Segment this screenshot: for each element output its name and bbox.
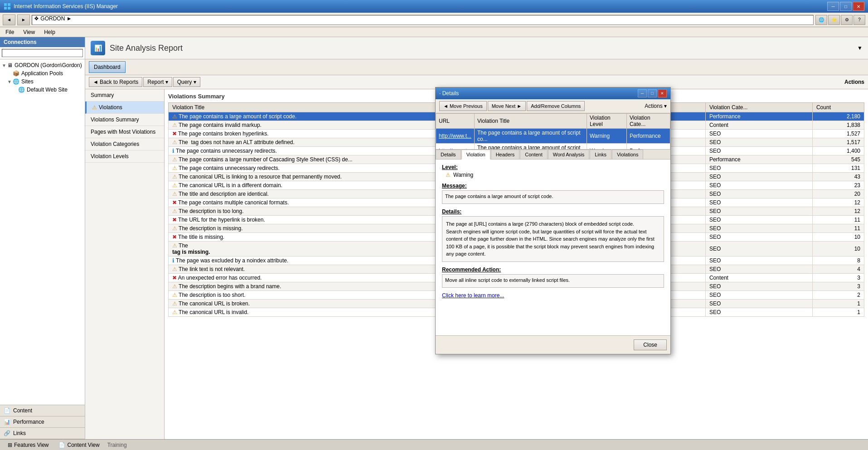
cell-category: SEO [705, 308, 812, 317]
level-value-text: Warning [453, 172, 473, 178]
header-dropdown-btn[interactable]: ▼ [857, 45, 863, 51]
nav-item-violation-levels[interactable]: Violation Levels [85, 150, 164, 163]
apppools-icon: 📦 [13, 70, 19, 77]
details-content: Level: ⚠ Warning Message: The page conta… [436, 160, 670, 335]
tab-headers[interactable]: Headers [491, 150, 520, 159]
menu-help[interactable]: Help [42, 28, 57, 36]
sidebar-search-input[interactable] [2, 49, 83, 57]
detail-level: Warning [587, 144, 626, 150]
features-view-btn[interactable]: ⊞ Features View [4, 440, 53, 450]
tab-content[interactable]: Content [520, 150, 548, 159]
nav-item-violation-categories[interactable]: Violation Categories [85, 138, 164, 150]
col-count[interactable]: Count [812, 103, 864, 112]
back-btn[interactable]: ◄ [3, 15, 15, 25]
nav-item-pages-most-violations[interactable]: Pages with Most Violations [85, 126, 164, 138]
tab-details[interactable]: Details [436, 150, 461, 159]
info-icon: ℹ [172, 257, 175, 264]
cell-category: Content [705, 274, 812, 282]
report-btn[interactable]: Report ▾ [143, 77, 172, 87]
nav-item-violations[interactable]: ⚠ Violations [85, 102, 164, 114]
detail-url: http://www.t... [436, 129, 475, 144]
details-toolbar: ◄ Move Previous Move Next ► Add/Remove C… [436, 99, 670, 113]
forward-btn[interactable]: ► [17, 15, 30, 25]
gear-icon-btn[interactable]: ⚙ [841, 15, 853, 25]
nav-item-violations-summary[interactable]: Violations Summary [85, 114, 164, 126]
sidebar-item-defaultwebsite[interactable]: 🌐 Default Web Site [11, 86, 85, 94]
menu-view[interactable]: View [21, 28, 37, 36]
cell-category: SEO [705, 181, 812, 190]
tree-expand-sites: ▼ [7, 79, 13, 84]
sidebar-links-label: Links [13, 430, 26, 436]
maximize-btn[interactable]: □ [840, 2, 852, 11]
details-close-btn[interactable]: ✕ [658, 89, 667, 97]
nav-item-summary[interactable]: Summary [85, 89, 164, 102]
sites-icon: 🌐 [13, 78, 19, 85]
error-icon: ✖ [172, 234, 177, 240]
move-previous-btn[interactable]: ◄ Move Previous [439, 101, 487, 111]
tab-links[interactable]: Links [590, 150, 611, 159]
details-table-row[interactable]: http://www.t... The page contains a larg… [436, 129, 670, 144]
col-violation-title-detail[interactable]: Violation Title [475, 114, 587, 129]
back-to-reports-btn[interactable]: ◄ Back to Reports [89, 77, 142, 87]
globe-icon-btn[interactable]: 🌐 [815, 15, 827, 25]
minimize-btn[interactable]: ─ [827, 2, 839, 11]
add-remove-columns-btn[interactable]: Add/Remove Columns [527, 101, 585, 111]
learn-more-link[interactable]: Click here to learn more... [442, 292, 504, 299]
sidebar-performance-label: Performance [13, 419, 44, 425]
details-maximize-btn[interactable]: □ [648, 89, 657, 97]
address-field[interactable]: ❖ GORDON ► [32, 15, 814, 25]
menu-file[interactable]: File [4, 28, 16, 36]
address-bar: ◄ ► ❖ GORDON ► 🌐 ⭐ ⚙ ? [0, 13, 868, 27]
cell-count: 4 [812, 265, 864, 274]
cell-count: 3 [812, 282, 864, 291]
nav-violations-summary-label: Violations Summary [91, 116, 139, 123]
sidebar-bottom: 📄 Content 📊 Performance 🔗 Links [0, 405, 85, 439]
col-violation-cat-detail[interactable]: Violation Cate... [626, 114, 670, 129]
warn-icon: ⚠ [172, 182, 177, 189]
query-btn[interactable]: Query ▾ [173, 77, 200, 87]
sidebar-bottom-content[interactable]: 📄 Content [0, 405, 85, 416]
tab-violation[interactable]: Violation [461, 150, 490, 160]
col-url[interactable]: URL [436, 114, 475, 129]
warn-icon: ⚠ [172, 122, 177, 128]
warn-icon: ⚠ [172, 156, 177, 163]
warn-icon: ⚠ [172, 191, 177, 197]
content-view-btn[interactable]: 📄 Content View [54, 440, 103, 450]
sidebar-item-sites[interactable]: ▼ 🌐 Sites [5, 77, 85, 86]
details-table-row[interactable]: http://www.t... The page contains a larg… [436, 144, 670, 150]
nav-levels-label: Violation Levels [91, 153, 129, 160]
details-text-content: The page at [URL] contains a large (2790… [442, 216, 664, 262]
close-btn[interactable]: ✕ [853, 2, 864, 11]
col-violation-category[interactable]: Violation Cate... [705, 103, 812, 112]
cell-category: Content [705, 121, 812, 130]
sidebar-item-gordon[interactable]: ▼ 🖥 GORDON (Gordon\Gordon) [0, 61, 85, 69]
error-icon: ✖ [172, 217, 177, 223]
title-bar: Internet Information Services (IIS) Mana… [0, 0, 868, 13]
details-close-footer-btn[interactable]: Close [634, 339, 667, 350]
details-minimize-btn[interactable]: ─ [638, 89, 647, 97]
cell-category: Performance [705, 155, 812, 164]
content-view-label: Content View [67, 442, 99, 448]
star-icon-btn[interactable]: ⭐ [828, 15, 840, 25]
col-violation-level-detail[interactable]: Violation Level [587, 114, 626, 129]
move-next-btn[interactable]: Move Next ► [488, 101, 526, 111]
dashboard-tab-btn[interactable]: Dashboard [89, 61, 126, 73]
sidebar-bottom-links[interactable]: 🔗 Links [0, 428, 85, 439]
recommended-label: Recommended Action: [442, 266, 664, 273]
cell-category: SEO [705, 216, 812, 224]
tab-word-analysis[interactable]: Word Analysis [548, 150, 590, 159]
cell-count: 1,400 [812, 147, 864, 155]
warn-icon: ⚠ [172, 292, 177, 298]
tab-violations[interactable]: Violations [612, 150, 644, 159]
sidebar-item-apppools[interactable]: 📦 Application Pools [5, 69, 85, 77]
help-icon-btn[interactable]: ? [853, 15, 865, 25]
cell-category: SEO [705, 224, 812, 233]
links-icon: 🔗 [4, 430, 10, 436]
sidebar-bottom-performance[interactable]: 📊 Performance [0, 416, 85, 428]
details-actions-label[interactable]: Actions ▾ [645, 103, 667, 109]
back-to-reports-label: Back to Reports [100, 79, 138, 85]
violations-nav-icon: ⚠ [92, 104, 97, 111]
status-text: Training [107, 442, 127, 448]
message-label: Message: [442, 183, 664, 189]
address-right-controls: 🌐 ⭐ ⚙ ? [815, 15, 865, 25]
